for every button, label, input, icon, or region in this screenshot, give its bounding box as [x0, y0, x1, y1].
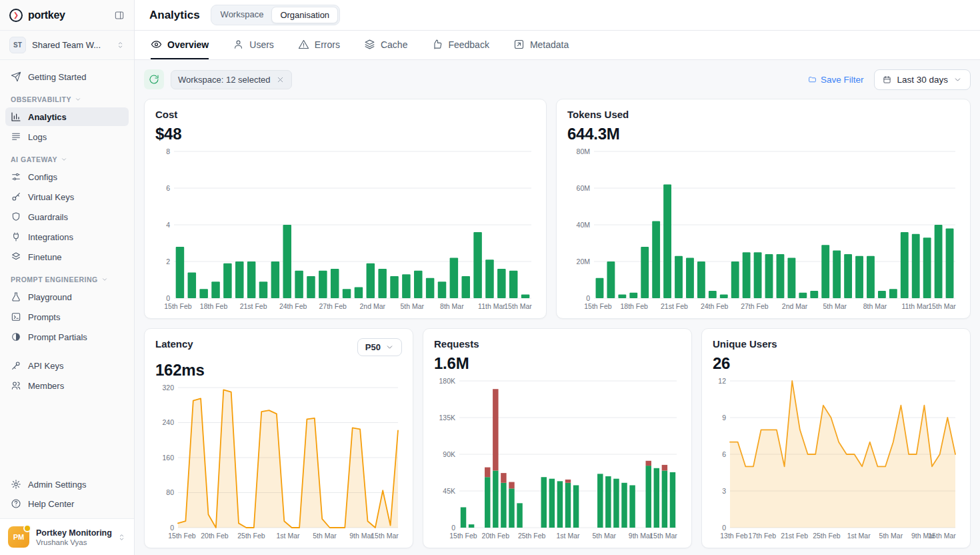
chevron-down-icon: [953, 75, 962, 84]
sidebar-item-playground[interactable]: Playground: [5, 288, 129, 306]
save-filter-button[interactable]: Save Filter: [808, 75, 864, 85]
contrast-icon: [11, 332, 21, 342]
workspace-filter-chip[interactable]: Workspace: 12 selected: [171, 70, 292, 89]
sidebar-item-guardrails[interactable]: Guardrails: [5, 207, 129, 226]
box-arrow-icon: [513, 39, 525, 50]
cost-chart: 0246815th Feb18th Feb21st Feb24th Feb27t…: [155, 146, 535, 312]
tab-errors[interactable]: Errors: [298, 31, 340, 59]
svg-text:6: 6: [722, 450, 726, 458]
svg-text:60M: 60M: [577, 184, 590, 192]
scope-toggle: Workspace Organisation: [211, 5, 341, 25]
help-icon: [11, 498, 21, 509]
layers-icon: [11, 251, 21, 262]
section-ai-gateway[interactable]: AI GATEWAY: [11, 155, 123, 163]
sidebar-item-finetune[interactable]: Finetune: [5, 247, 129, 266]
calendar-icon: [883, 75, 891, 84]
svg-text:2: 2: [166, 257, 170, 265]
svg-text:15th Mar: 15th Mar: [649, 532, 677, 540]
filter-bar: Workspace: 12 selected Save Filter Last …: [144, 68, 971, 91]
key-icon: [11, 191, 21, 202]
svg-text:21st Feb: 21st Feb: [240, 302, 267, 310]
user-menu[interactable]: PM Portkey Monitoring Vrushank Vyas: [0, 518, 134, 555]
refresh-button[interactable]: [144, 69, 164, 89]
svg-text:15th Feb: 15th Feb: [168, 532, 196, 540]
tab-overview[interactable]: Overview: [151, 31, 209, 59]
page-title: Analytics: [149, 9, 200, 22]
svg-text:15th Feb: 15th Feb: [164, 302, 192, 310]
bar-chart-icon: [11, 111, 21, 122]
svg-text:15th Mar: 15th Mar: [504, 302, 532, 310]
sidebar-item-help-center[interactable]: Help Center: [5, 494, 129, 513]
sidebar-item-prompt-partials[interactable]: Prompt Partials: [5, 328, 129, 346]
tokens-chart: 020M40M60M80M15th Feb18th Feb21st Feb24t…: [567, 146, 959, 312]
svg-text:20th Feb: 20th Feb: [201, 532, 229, 540]
svg-text:0: 0: [722, 524, 726, 532]
cost-value: $48: [155, 125, 535, 143]
workspace-badge: ST: [9, 37, 26, 53]
chevron-down-icon: [385, 343, 394, 352]
brand-row: ❯ portkey: [0, 0, 134, 31]
svg-text:5th Mar: 5th Mar: [313, 532, 337, 540]
close-icon[interactable]: [276, 75, 285, 84]
sidebar-item-api-keys[interactable]: API Keys: [5, 356, 129, 375]
sidebar-item-configs[interactable]: Configs: [5, 167, 129, 186]
svg-text:2nd Mar: 2nd Mar: [782, 302, 808, 310]
sidebar-item-analytics[interactable]: Analytics: [5, 107, 129, 126]
svg-text:17th Feb: 17th Feb: [749, 532, 777, 540]
gear-icon: [11, 479, 21, 490]
svg-text:5th Mar: 5th Mar: [879, 532, 903, 540]
card-title: Unique Users: [713, 338, 777, 350]
folder-icon: [808, 75, 817, 84]
sidebar-item-getting-started[interactable]: Getting Started: [5, 67, 129, 86]
svg-text:5th Mar: 5th Mar: [401, 302, 425, 310]
sidebar-item-admin-settings[interactable]: Admin Settings: [5, 475, 129, 494]
section-observability[interactable]: OBSERVABILITY: [11, 95, 123, 103]
terminal-icon: [11, 312, 21, 322]
tokens-value: 644.3M: [567, 125, 959, 143]
sidebar-item-virtual-keys[interactable]: Virtual Keys: [5, 187, 129, 206]
app: ❯ portkey ST Shared Team W... Getting St…: [0, 0, 980, 555]
latency-chart: 08016024032015th Feb20th Feb25th Feb1st …: [155, 382, 402, 541]
svg-text:21st Feb: 21st Feb: [661, 302, 688, 310]
unique-users-card: Unique Users 26 03691213th Feb17th Feb21…: [701, 328, 971, 548]
svg-text:11th Mar: 11th Mar: [901, 302, 929, 310]
tab-metadata[interactable]: Metadata: [513, 31, 569, 59]
flask-icon: [11, 292, 21, 302]
unique-users-chart: 03691213th Feb17th Feb21st Feb25th Feb1s…: [713, 376, 959, 541]
tab-users[interactable]: Users: [233, 31, 274, 59]
sidebar-item-logs[interactable]: Logs: [5, 127, 129, 146]
tab-feedback[interactable]: Feedback: [431, 31, 489, 59]
requests-chart: 045K90K135K180K15th Feb20th Feb25th Feb1…: [434, 376, 681, 541]
svg-text:1st Mar: 1st Mar: [556, 532, 580, 540]
svg-text:9: 9: [722, 414, 726, 422]
svg-text:15th Mar: 15th Mar: [371, 532, 399, 540]
svg-text:5th Mar: 5th Mar: [593, 532, 617, 540]
svg-text:18th Feb: 18th Feb: [200, 302, 228, 310]
segment-organisation[interactable]: Organisation: [271, 7, 338, 23]
workspace-selector[interactable]: ST Shared Team W...: [0, 31, 134, 60]
sidebar-item-members[interactable]: Members: [5, 376, 129, 395]
svg-text:24th Feb: 24th Feb: [279, 302, 307, 310]
users-icon: [11, 380, 21, 391]
chevron-down-icon: [61, 156, 67, 163]
svg-text:8th Mar: 8th Mar: [440, 302, 464, 310]
sidebar-item-integrations[interactable]: Integrations: [5, 227, 129, 246]
date-range-select[interactable]: Last 30 days: [874, 69, 971, 90]
segment-workspace[interactable]: Workspace: [213, 7, 272, 23]
svg-text:40M: 40M: [577, 221, 590, 229]
sidebar-item-prompts[interactable]: Prompts: [5, 308, 129, 326]
sidebar-bottom: Admin Settings Help Center PM Portkey Mo…: [0, 474, 134, 555]
percentile-select[interactable]: P50: [357, 338, 402, 356]
svg-text:320: 320: [162, 384, 174, 392]
svg-text:27th Feb: 27th Feb: [319, 302, 347, 310]
user-icon: [233, 39, 244, 50]
svg-text:20th Feb: 20th Feb: [482, 532, 510, 540]
shield-icon: [11, 211, 21, 222]
tab-cache[interactable]: Cache: [364, 31, 407, 59]
portkey-logo-icon: ❯: [9, 9, 23, 22]
svg-text:0: 0: [586, 294, 590, 302]
svg-text:0: 0: [170, 524, 174, 532]
card-title: Requests: [434, 338, 479, 350]
sidebar-collapse-icon[interactable]: [114, 10, 125, 21]
section-prompt-engineering[interactable]: PROMPT ENGINEERING: [11, 275, 123, 284]
